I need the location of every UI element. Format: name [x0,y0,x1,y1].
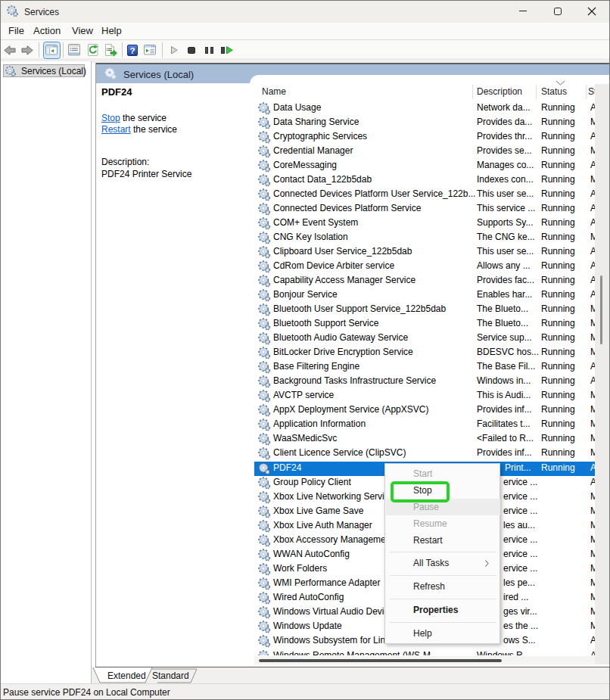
svg-text:?: ? [129,46,135,55]
